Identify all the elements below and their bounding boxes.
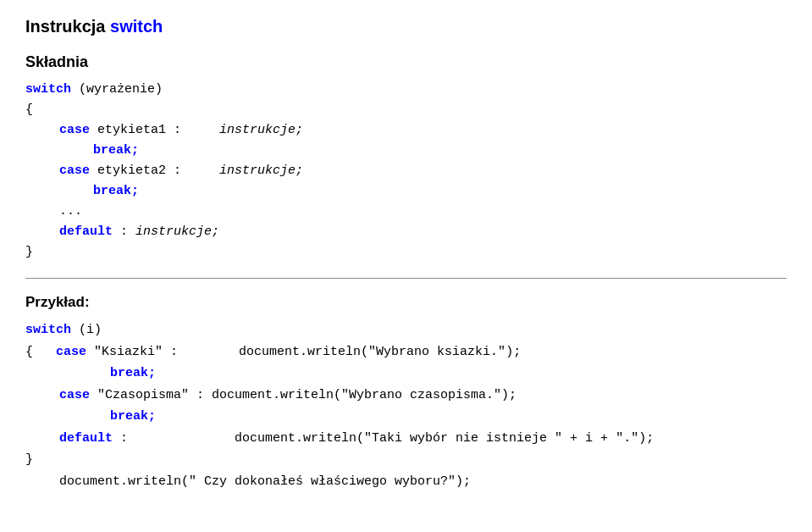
syntax-line-close-brace: } — [25, 242, 787, 263]
example-label: Przykład: — [25, 294, 787, 311]
section-divider — [25, 278, 787, 279]
syntax-block: switch (wyrażenie) { case etykieta1 : in… — [25, 80, 787, 263]
code-line-final: document.writeln(" Czy dokonałeś właściw… — [59, 471, 787, 493]
keyword-break-czasopisma: break; — [110, 409, 156, 424]
keyword-case1: case — [59, 123, 90, 137]
code-line-close: } — [25, 449, 787, 471]
example-section: Przykład: switch (i) { case "Ksiazki" : … — [25, 294, 787, 492]
syntax-line-break2: break; — [93, 181, 787, 202]
code-line-open-case1: { case "Ksiazki" : document.writeln("Wyb… — [25, 341, 787, 363]
keyword-switch: switch — [25, 82, 71, 97]
code-line-break-czasopisma: break; — [110, 406, 787, 428]
keyword-break1: break; — [93, 143, 139, 158]
syntax-line-switch: switch (wyrażenie) — [25, 80, 787, 100]
keyword-default-ex: default — [59, 431, 113, 446]
syntax-line-break1: break; — [93, 141, 787, 161]
syntax-label: Składnia — [25, 53, 787, 71]
syntax-line-case2: case etykieta2 : instrukcje; — [59, 161, 787, 181]
syntax-line-open-brace: { — [25, 100, 787, 120]
code-line-break-ksiazki: break; — [110, 363, 787, 385]
keyword-default-syntax: default — [59, 224, 113, 239]
paren-wyrażenie: (wyrażenie) — [79, 82, 163, 97]
keyword-break2: break; — [93, 184, 139, 198]
syntax-section: Składnia switch (wyrażenie) { case etyki… — [25, 53, 787, 263]
code-line-case-czasopisma: case "Czasopisma" : document.writeln("Wy… — [59, 385, 787, 407]
code-line-switch: switch (i) — [25, 319, 787, 341]
code-block: switch (i) { case "Ksiazki" : document.w… — [25, 319, 787, 492]
title-keyword: switch — [110, 17, 163, 36]
keyword-break-ksiazki: break; — [110, 366, 156, 380]
keyword-case-czasopisma: case — [59, 388, 90, 402]
keyword-case-ksiazki: case — [56, 345, 86, 359]
syntax-line-case1: case etykieta1 : instrukcje; — [59, 120, 787, 141]
keyword-switch-ex: switch — [25, 323, 71, 337]
title-prefix: Instrukcja — [25, 17, 110, 36]
syntax-line-dots: ... — [59, 202, 787, 222]
syntax-line-default: default : instrukcje; — [59, 222, 787, 242]
keyword-case2: case — [59, 163, 90, 178]
page-title: Instrukcja switch — [25, 17, 787, 36]
code-line-default: default : document.writeln("Taki wybór n… — [59, 428, 787, 450]
